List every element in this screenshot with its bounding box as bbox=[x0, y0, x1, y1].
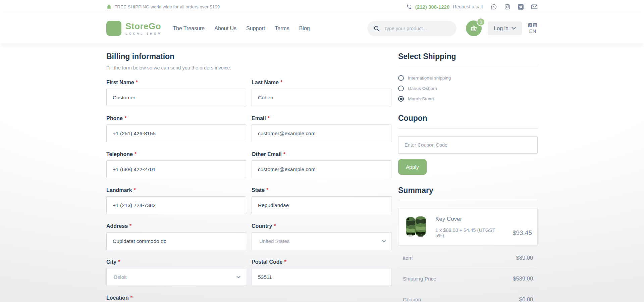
product-detail: 1 x $89.00 + $4.45 (UTGST 5%) bbox=[435, 228, 505, 238]
required-marker: * bbox=[280, 80, 282, 85]
postal-code-input[interactable] bbox=[252, 268, 391, 286]
first-name-input[interactable] bbox=[106, 89, 246, 106]
bell-icon bbox=[106, 4, 112, 10]
radio-icon bbox=[398, 75, 404, 81]
billing-section: Billing information Fill the form below … bbox=[106, 52, 391, 302]
field-first-name: First Name* bbox=[106, 80, 246, 106]
state-input[interactable] bbox=[252, 196, 391, 214]
country-select[interactable]: United States bbox=[252, 232, 391, 250]
svg-text:文: 文 bbox=[533, 24, 537, 27]
instagram-icon[interactable] bbox=[504, 4, 511, 10]
field-country: Country* United States bbox=[252, 223, 391, 250]
basket-icon bbox=[470, 24, 478, 32]
email-input[interactable] bbox=[252, 124, 391, 142]
address-input[interactable] bbox=[106, 232, 246, 250]
summary-row-item: item $89.00 bbox=[398, 248, 538, 268]
announcement-text: FREE SHIPPING world wide for all orders … bbox=[114, 4, 220, 9]
landmark-input[interactable] bbox=[106, 196, 246, 214]
other-email-input[interactable] bbox=[252, 160, 391, 178]
shipping-section: Select Shipping International shipping D… bbox=[398, 52, 538, 102]
phone-input[interactable] bbox=[106, 124, 246, 142]
translate-icon: A 文 bbox=[528, 23, 538, 28]
shipping-option-marah-stuart[interactable]: Marah Stuart bbox=[398, 96, 538, 102]
site-header: StoreGo LOCAL SHOP The Treasure About Us… bbox=[0, 13, 644, 43]
request-call-label: Request a call bbox=[453, 4, 483, 9]
shipping-option-darius-osborn[interactable]: Darius Osborn bbox=[398, 86, 538, 91]
nav-blog[interactable]: Blog bbox=[299, 26, 310, 32]
main-content: Billing information Fill the form below … bbox=[0, 43, 644, 302]
city-select[interactable]: Beloit bbox=[106, 268, 246, 286]
required-marker: * bbox=[130, 295, 132, 301]
product-name: Key Cover bbox=[435, 216, 505, 222]
topbar: FREE SHIPPING world wide for all orders … bbox=[0, 0, 644, 13]
phone-number-link[interactable]: (212) 308-1220 bbox=[415, 4, 450, 10]
checkout-page: FREE SHIPPING world wide for all orders … bbox=[0, 0, 644, 302]
required-marker: * bbox=[284, 259, 286, 265]
required-marker: * bbox=[124, 115, 126, 121]
login-label: Log in bbox=[494, 26, 508, 32]
cart-item-card: Key Cover 1 x $89.00 + $4.45 (UTGST 5%) … bbox=[398, 208, 538, 246]
first-name-label: First Name* bbox=[106, 80, 246, 86]
field-email: Email* bbox=[252, 115, 391, 142]
required-marker: * bbox=[118, 259, 120, 265]
required-marker: * bbox=[283, 151, 285, 157]
divider bbox=[398, 201, 538, 201]
telephone-label: Telephone* bbox=[106, 151, 246, 157]
nav-about-us[interactable]: About Us bbox=[214, 26, 236, 32]
product-price: $93.45 bbox=[513, 229, 532, 239]
whatsapp-icon[interactable] bbox=[491, 4, 497, 10]
summary-row-shipping: Shipping Price $589.00 bbox=[398, 268, 538, 289]
required-marker: * bbox=[133, 187, 136, 193]
required-marker: * bbox=[136, 80, 138, 85]
mail-icon[interactable] bbox=[531, 4, 538, 9]
city-label: City* bbox=[106, 259, 246, 265]
field-phone: Phone* bbox=[106, 115, 246, 142]
shipping-option-international[interactable]: International shipping bbox=[398, 75, 538, 81]
logo-title: StoreGo bbox=[125, 22, 161, 31]
login-button[interactable]: Log in bbox=[488, 21, 522, 35]
cart-count-badge: 1 bbox=[477, 18, 485, 26]
chevron-down-icon bbox=[236, 276, 240, 279]
billing-title: Billing information bbox=[106, 52, 391, 61]
billing-subtitle: Fill the form below so we can send you t… bbox=[106, 65, 391, 70]
free-shipping-banner: FREE SHIPPING world wide for all orders … bbox=[106, 4, 220, 10]
coupon-code-input[interactable] bbox=[398, 136, 538, 154]
chevron-down-icon bbox=[512, 27, 516, 30]
coupon-title: Coupon bbox=[398, 114, 538, 123]
search-input[interactable] bbox=[384, 26, 447, 31]
apply-coupon-button[interactable]: Apply bbox=[398, 159, 427, 175]
nav-terms[interactable]: Terms bbox=[275, 26, 289, 32]
shipping-title: Select Shipping bbox=[398, 52, 538, 61]
landmark-label: Landmark* bbox=[106, 187, 246, 193]
location-label: Location* bbox=[106, 295, 246, 301]
address-label: Address* bbox=[106, 223, 246, 229]
logo-subtitle: LOCAL SHOP bbox=[125, 32, 161, 35]
summary-section: Summary bbox=[398, 186, 538, 302]
other-email-label: Other Email* bbox=[252, 151, 391, 157]
field-city: City* Beloit bbox=[106, 259, 246, 286]
required-marker: * bbox=[129, 223, 131, 229]
nav-the-treasure[interactable]: The Treasure bbox=[173, 26, 205, 32]
telephone-input[interactable] bbox=[106, 160, 246, 178]
field-last-name: Last Name* bbox=[252, 80, 391, 106]
field-telephone: Telephone* bbox=[106, 151, 246, 178]
divider bbox=[398, 67, 538, 67]
email-label: Email* bbox=[252, 115, 391, 121]
field-state: State* bbox=[252, 187, 391, 214]
radio-icon bbox=[398, 96, 404, 102]
storego-logo[interactable]: StoreGo LOCAL SHOP bbox=[106, 21, 161, 36]
summary-title: Summary bbox=[398, 186, 538, 195]
nav-support[interactable]: Support bbox=[246, 26, 265, 32]
summary-row-coupon: Coupon $0.00 bbox=[398, 289, 538, 302]
logo-mark bbox=[106, 21, 121, 36]
country-label: Country* bbox=[252, 223, 391, 229]
last-name-input[interactable] bbox=[252, 89, 391, 106]
main-nav: The Treasure About Us Support Terms Blog bbox=[173, 26, 310, 32]
phone-label: Phone* bbox=[106, 115, 246, 121]
language-switcher[interactable]: A 文 EN bbox=[528, 23, 538, 34]
postal-code-label: Postal Code* bbox=[252, 259, 391, 265]
language-label: EN bbox=[529, 28, 536, 34]
field-location: Location* USA bbox=[106, 295, 246, 302]
field-postal-code: Postal Code* bbox=[252, 259, 391, 286]
twitter-icon[interactable] bbox=[518, 4, 524, 10]
